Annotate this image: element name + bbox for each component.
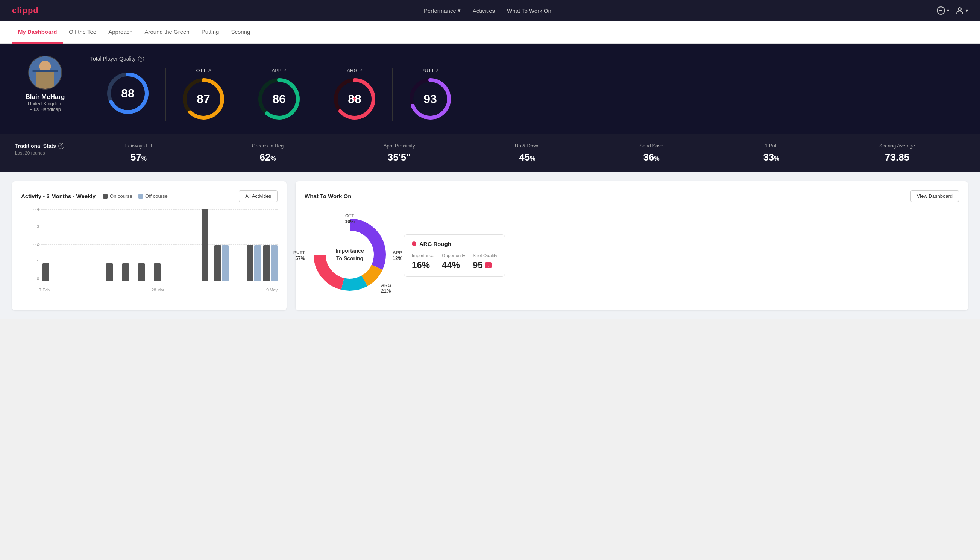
bar-group-10 <box>198 210 212 281</box>
stats-title: Traditional Stats ? <box>15 143 75 149</box>
bar-group-12 <box>231 280 245 281</box>
stat-1-putt: 1 Putt 33% <box>763 143 779 163</box>
ott-trend: ↗ <box>208 68 211 73</box>
tab-off-the-tee[interactable]: Off the Tee <box>63 21 102 43</box>
bars-container <box>39 210 278 281</box>
tpq-label: Total Player Quality ? <box>90 56 965 62</box>
chart-legend: On course Off course <box>103 193 168 199</box>
score-label-ott: OTT ↗ <box>196 68 211 73</box>
user-menu-button[interactable]: ▾ <box>955 6 968 15</box>
score-card-app: APP ↗ 86 <box>241 68 317 122</box>
bar-group-14 <box>263 245 278 281</box>
arg-trend: ↗ <box>359 68 363 73</box>
bar-group-6 <box>135 263 148 281</box>
ring-putt: 93 <box>408 77 453 122</box>
avatar <box>28 56 62 90</box>
score-label-arg: ARG ↗ <box>347 68 362 73</box>
bar-group-2 <box>71 280 85 281</box>
tab-putting[interactable]: Putting <box>196 21 225 43</box>
bar-group-8 <box>166 280 180 281</box>
wtwo-panel-header: What To Work On View Dashboard <box>304 190 959 202</box>
nav-activities[interactable]: Activities <box>473 8 495 14</box>
x-label-mar: 28 Mar <box>151 288 164 292</box>
bar-group-5 <box>119 263 132 281</box>
stats-subtitle: Last 20 rounds <box>15 150 75 156</box>
stats-info-icon[interactable]: ? <box>58 143 64 149</box>
bar-group-3 <box>87 280 100 281</box>
svg-point-3 <box>958 8 961 10</box>
chevron-down-icon: ▾ <box>458 7 461 14</box>
arg-metric-shot-quality: Shot Quality 95 ↓ <box>473 253 497 270</box>
bar-group-9 <box>182 280 196 281</box>
add-button[interactable]: ▾ <box>937 6 949 15</box>
bottom-section: Activity - 3 Months - Weekly On course O… <box>0 172 980 319</box>
score-value-ott: 87 <box>197 92 210 106</box>
bar-oncourse-14 <box>263 245 270 281</box>
tab-my-dashboard[interactable]: My Dashboard <box>12 21 63 43</box>
bar-group-11 <box>215 245 229 281</box>
top-nav: clippd Performance ▾ Activities What To … <box>0 0 980 21</box>
legend-dot-offcourse <box>138 194 143 198</box>
view-dashboard-button[interactable]: View Dashboard <box>910 190 959 202</box>
arg-metrics: Importance 16% Opportunity 44% Shot Qual… <box>412 253 497 270</box>
bar-offcourse-13 <box>254 245 261 281</box>
bar-offcourse-14 <box>271 245 278 281</box>
bar-oncourse-13 <box>247 245 253 281</box>
chevron-down-icon: ▾ <box>947 8 949 13</box>
arg-metric-opportunity: Opportunity 44% <box>442 253 465 270</box>
player-country: United Kingdom <box>28 101 63 107</box>
x-labels: 7 Feb 28 Mar 9 May <box>39 288 278 292</box>
legend-offcourse: Off course <box>138 193 168 199</box>
wtwo-panel-title: What To Work On <box>304 193 351 199</box>
ring-arg: 88 <box>332 77 377 122</box>
stats-label-section: Traditional Stats ? Last 20 rounds <box>15 143 75 156</box>
arg-card-title: ARG Rough <box>412 241 497 247</box>
scores-section: Total Player Quality ? 88 <box>90 56 965 122</box>
stat-app-proximity: App. Proximity 35'5" <box>384 143 415 163</box>
score-card-ott: OTT ↗ 87 <box>166 68 241 122</box>
score-cards: 88 OTT ↗ 87 <box>90 68 965 122</box>
bar-oncourse-0 <box>43 263 49 281</box>
score-value-arg: 88 <box>348 92 361 106</box>
legend-oncourse: On course <box>103 193 132 199</box>
tab-around-the-green[interactable]: Around the Green <box>138 21 195 43</box>
ring-app: 86 <box>256 77 301 122</box>
nav-links: Performance ▾ Activities What To Work On <box>424 7 551 14</box>
player-name: Blair McHarg <box>26 93 65 101</box>
x-label-feb: 7 Feb <box>39 288 50 292</box>
nav-what-to-work-on[interactable]: What To Work On <box>507 8 551 14</box>
sub-nav: My Dashboard Off the Tee Approach Around… <box>0 21 980 43</box>
activity-panel-title: Activity - 3 Months - Weekly <box>21 193 95 199</box>
bar-oncourse-6 <box>138 263 145 281</box>
wtwo-panel: What To Work On View Dashboard Importanc… <box>296 181 968 310</box>
nav-right: ▾ ▾ <box>937 6 968 15</box>
stat-greens-in-reg: Greens In Reg 62% <box>252 143 284 163</box>
score-card-total: 88 <box>90 68 166 122</box>
bar-group-0 <box>39 263 53 281</box>
score-label-app: APP ↗ <box>271 68 286 73</box>
bar-group-1 <box>55 280 68 281</box>
bar-oncourse-7 <box>154 263 161 281</box>
arg-rough-card: ARG Rough Importance 16% Opportunity 44%… <box>404 234 505 277</box>
hero-section: Blair McHarg United Kingdom Plus Handica… <box>0 43 980 133</box>
activity-panel-header: Activity - 3 Months - Weekly On course O… <box>21 190 278 202</box>
wtwo-content: Importance To Scoring OTT 10% APP 12% AR… <box>304 210 959 301</box>
svg-text:Importance: Importance <box>335 248 364 254</box>
all-activities-button[interactable]: All Activities <box>239 190 278 202</box>
svg-rect-5 <box>36 72 54 88</box>
bar-group-4 <box>103 263 116 281</box>
bar-oncourse-5 <box>122 263 129 281</box>
score-label-putt: PUTT ↗ <box>421 68 439 73</box>
activity-panel: Activity - 3 Months - Weekly On course O… <box>12 181 286 310</box>
tab-approach[interactable]: Approach <box>102 21 138 43</box>
app-trend: ↗ <box>283 68 286 73</box>
arg-metric-importance: Importance 16% <box>412 253 434 270</box>
arg-dot <box>412 242 416 246</box>
info-icon[interactable]: ? <box>138 56 144 62</box>
nav-performance[interactable]: Performance ▾ <box>424 7 461 14</box>
donut-chart-container: Importance To Scoring OTT 10% APP 12% AR… <box>304 210 395 301</box>
putt-trend: ↗ <box>436 68 439 73</box>
bar-oncourse-10 <box>201 210 208 281</box>
player-info: Blair McHarg United Kingdom Plus Handica… <box>15 56 75 112</box>
tab-scoring[interactable]: Scoring <box>225 21 256 43</box>
